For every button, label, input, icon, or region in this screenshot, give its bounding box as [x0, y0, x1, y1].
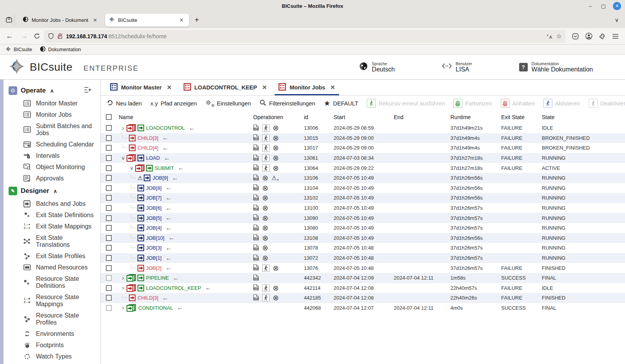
cancel-icon[interactable]: ⊗ [262, 174, 268, 182]
row-checkbox[interactable] [106, 125, 112, 131]
log-icon[interactable]: LOG [253, 174, 259, 182]
row-checkbox[interactable] [106, 225, 112, 231]
tree-expander-icon[interactable]: ∨ [120, 155, 127, 161]
job-name-link[interactable]: JOB[10] [146, 235, 164, 241]
job-name-link[interactable]: JOB[7] [146, 195, 162, 201]
sidebar-collapse-icon[interactable] [84, 87, 92, 95]
log-icon[interactable]: LOG [253, 234, 259, 242]
cancel-icon[interactable]: ⊗ [273, 164, 279, 172]
toolbar-einstellungen-button[interactable]: Einstellungen [205, 100, 251, 107]
row-checkbox[interactable] [106, 135, 112, 141]
cancel-icon[interactable]: ⊗ [273, 144, 279, 152]
log-icon[interactable]: LOG [253, 124, 259, 132]
rerun-person-icon[interactable] [262, 264, 270, 272]
sidebar-section-designer[interactable]: ✎Designer∧ [4, 184, 100, 198]
sidebar-item-resource-state-profiles[interactable]: Resource State Profiles [4, 310, 100, 328]
job-name-link[interactable]: PIPELINE [146, 275, 169, 281]
content-tab-monitor-master[interactable]: Monitor Master ✕ [106, 80, 176, 95]
log-icon[interactable]: LOG [253, 184, 259, 192]
locate-parent-icon[interactable]: ← [205, 284, 211, 291]
content-tab-loadcontrol_keep[interactable]: LOADCONTROL_KEEP ✕ [180, 80, 271, 95]
row-checkbox[interactable] [106, 235, 112, 241]
content-tab-monitor-jobs[interactable]: Monitor Jobs ✕ [275, 80, 339, 95]
sidebar-item-monitor-master[interactable]: Monitor Master [4, 98, 100, 109]
column-header-exit-state[interactable]: Exit State [501, 114, 542, 120]
job-name-link[interactable]: JOB[5] [146, 215, 162, 221]
log-icon[interactable]: LOG [253, 204, 259, 212]
new-tab-button[interactable]: + [191, 16, 203, 25]
job-name-link[interactable]: LOADCONTROL_KEEP [146, 285, 201, 291]
locate-parent-icon[interactable]: ← [166, 244, 172, 252]
sidebar-item-batches-and-jobs[interactable]: Batches and Jobs [4, 198, 100, 209]
translate-icon[interactable]: x̄A [546, 33, 553, 39]
select-all-checkbox[interactable] [106, 114, 112, 120]
cancel-icon[interactable]: ⊗ [273, 154, 279, 162]
url-text[interactable]: 192.168.178.174:8512/schedulix-fe/home [66, 33, 543, 39]
locate-parent-icon[interactable]: ← [166, 255, 172, 262]
cancel-icon[interactable]: ⊗ [273, 294, 279, 302]
locate-parent-icon[interactable]: ← [177, 304, 183, 311]
job-name-link[interactable]: JOB[8] [146, 185, 162, 191]
forward-icon[interactable]: → [19, 32, 30, 40]
log-icon[interactable]: LOG [253, 254, 259, 262]
locate-parent-icon[interactable]: ← [166, 264, 172, 271]
locate-parent-icon[interactable]: ← [166, 214, 172, 221]
locate-parent-icon[interactable]: ← [162, 294, 168, 302]
row-checkbox[interactable] [106, 285, 112, 291]
cancel-icon[interactable]: ⊗ [273, 134, 279, 142]
window-close-button[interactable]: ✕ [613, 2, 621, 10]
job-name-link[interactable]: LOAD [146, 155, 160, 161]
rerun-person-icon[interactable] [262, 164, 270, 172]
firefox-view-icon[interactable] [3, 14, 15, 26]
cancel-icon[interactable]: ⊗ [262, 244, 268, 252]
log-icon[interactable]: LOG [253, 284, 259, 292]
column-header-start[interactable]: Start [334, 114, 394, 120]
sidebar-item-exit-state-profiles[interactable]: Exit State Profiles [4, 250, 100, 262]
sidebar-item-intervals[interactable]: Intervals [4, 150, 100, 161]
job-name-link[interactable]: JOB[3] [146, 245, 162, 251]
browser-tab-1[interactable]: Monitor Jobs - Dokumentat ✕ [19, 14, 103, 27]
list-all-tabs-icon[interactable]: ∨ [615, 17, 622, 23]
tab-close-icon[interactable]: ✕ [262, 84, 267, 91]
locate-parent-icon[interactable]: ← [189, 125, 195, 132]
column-header-id[interactable]: id [304, 114, 334, 120]
column-header-end[interactable]: End [394, 114, 450, 120]
sidebar-item-scheduling-calendar[interactable]: Scheduling Calendar [4, 139, 100, 150]
locate-parent-icon[interactable]: ← [173, 275, 179, 282]
tree-expander-icon[interactable]: › [120, 286, 127, 290]
cancel-icon[interactable]: ⊗ [273, 264, 279, 272]
log-icon[interactable]: LOG [253, 294, 259, 302]
log-icon[interactable]: LOG [253, 154, 259, 162]
row-checkbox[interactable] [106, 145, 112, 151]
sidebar-scrollbar[interactable] [0, 80, 4, 364]
row-checkbox[interactable] [106, 265, 112, 271]
shield-icon[interactable] [48, 33, 54, 39]
url-bar[interactable]: 192.168.178.174:8512/schedulix-fe/home x… [44, 30, 566, 43]
bookmark-bicsuite[interactable]: BICsuite [5, 46, 32, 53]
job-name-link[interactable]: CHILD[4] [138, 145, 158, 151]
locate-parent-icon[interactable]: ← [166, 194, 172, 202]
sidebar-item-approvals[interactable]: Approvals [4, 173, 100, 184]
log-icon[interactable]: LOG [253, 134, 259, 142]
column-header-runtime[interactable]: Runtime [450, 114, 501, 120]
row-checkbox[interactable] [106, 215, 112, 221]
locate-parent-icon[interactable]: ← [164, 155, 170, 162]
row-checkbox[interactable] [106, 205, 112, 211]
bookmark-star-icon[interactable]: ☆ [556, 32, 562, 40]
job-name-link[interactable]: SUBMIT [155, 165, 174, 171]
locate-parent-icon[interactable]: ← [172, 175, 178, 182]
row-checkbox[interactable] [106, 175, 112, 181]
window-maximize-button[interactable]: ▢ [600, 2, 607, 10]
header-benutzer-selector[interactable]: Benutzer LISA [442, 61, 472, 73]
row-checkbox[interactable] [106, 305, 112, 311]
row-checkbox[interactable] [106, 275, 112, 281]
row-checkbox[interactable] [106, 195, 112, 201]
toolbar-pfad-anzeigen-button[interactable]: x.yPfad anzeigen [150, 100, 197, 107]
header-dokumentation-selector[interactable]: ? Dokumentation Wähle Dokumentation [519, 61, 593, 73]
tab-close-icon[interactable]: ✕ [167, 84, 172, 91]
tab-close-icon[interactable]: ✕ [330, 84, 335, 91]
sidebar-item-environments[interactable]: Environments [4, 328, 100, 339]
tab-close-icon[interactable]: ✕ [91, 16, 99, 24]
toolbar-default-button[interactable]: ★DEFAULT [324, 99, 358, 108]
rerun-person-icon[interactable] [262, 124, 270, 132]
